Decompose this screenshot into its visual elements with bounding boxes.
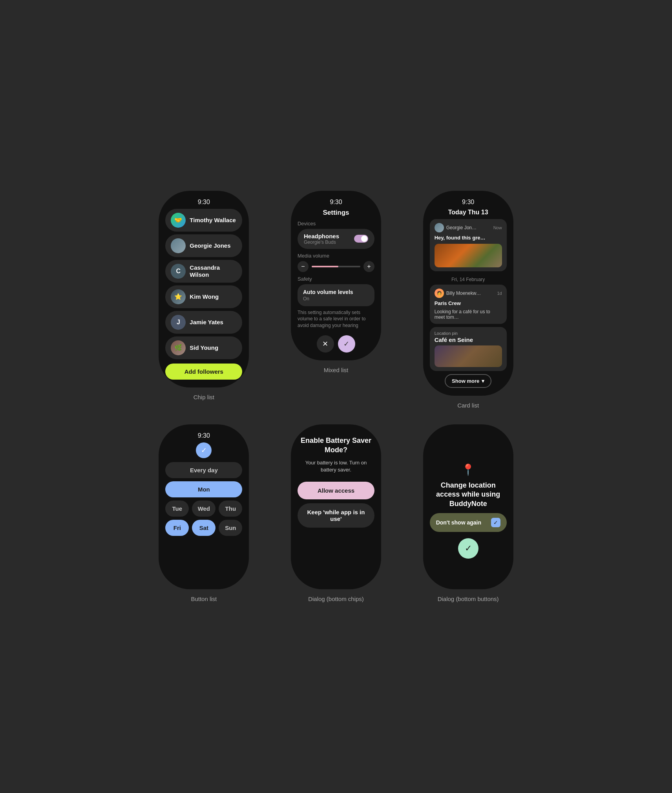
name-kim: Kim Wong <box>190 293 219 300</box>
widget-mixed-list: 9:30 Settings Devices Headphones Georgie… <box>276 191 396 409</box>
contact-georgie[interactable]: Georgie Jones <box>165 234 242 257</box>
device-card-list: 9:30 Today Thu 13 Georgie Jon… Now Hey, … <box>423 191 513 396</box>
auto-volume-desc: This setting automatically sets volume t… <box>298 309 374 329</box>
avatar-kim: ⭐ <box>171 289 186 304</box>
notif-billy[interactable]: 🧑 Billy Moenekw… 1d Paris Crew Looking f… <box>430 285 507 324</box>
auto-volume-sub: On <box>303 296 369 301</box>
location-image <box>435 345 502 367</box>
volume-row: − + <box>298 261 374 272</box>
allow-access-button[interactable]: Allow access <box>298 482 374 499</box>
location-name: Café en Seine <box>435 336 502 343</box>
avatar-sid: 🌿 <box>171 340 186 355</box>
show-more-label: Show more <box>452 378 479 384</box>
date-divider: Fri, 14 February <box>451 277 485 282</box>
location-dialog-title: Change location access while using Buddy… <box>429 481 507 508</box>
dont-show-label: Don't show again <box>436 519 481 526</box>
avatar-cassandra: C <box>171 264 186 279</box>
device-dialog-buttons: 📍 Change location access while using Bud… <box>423 424 513 589</box>
battery-dialog-title: Enable Battery Saver Mode? <box>297 436 375 455</box>
main-container: 9:30 🤝 Timothy Wallace Georgie Jones C C… <box>128 175 544 618</box>
time-chip: 9:30 <box>198 199 210 206</box>
volume-up-button[interactable]: + <box>363 261 374 272</box>
notif-title-billy: Paris Crew <box>435 300 502 307</box>
show-more-button[interactable]: Show more ▾ <box>445 374 491 388</box>
time-mixed: 9:30 <box>330 199 342 206</box>
notif-body-billy: Looking for a café for us to meet tom… <box>435 309 502 320</box>
day-tue[interactable]: Tue <box>165 501 189 517</box>
name-timothy: Timothy Wallace <box>190 217 236 224</box>
device-dialog-chips: Enable Battery Saver Mode? Your battery … <box>291 424 381 589</box>
chevron-down-icon: ▾ <box>482 378 484 384</box>
location-pin-icon: 📍 <box>461 463 475 476</box>
card-list-label: Card list <box>457 402 479 409</box>
device-info: Headphones Georgie's Buds <box>304 233 339 245</box>
dialog-chips-label: Dialog (bottom chips) <box>308 596 364 602</box>
battery-dialog-body: Your battery is low. Turn on battery sav… <box>297 459 375 473</box>
location-card[interactable]: Location pin Café en Seine <box>430 327 507 371</box>
widget-button-list: 9:30 ✓ Every day Mon Tue Wed Thu Fri Sat… <box>144 424 264 602</box>
avatar-jamie: J <box>171 315 186 330</box>
food-image-bg <box>435 244 502 267</box>
device-name: Headphones <box>304 233 339 239</box>
name-cassandra: Cassandra Wilson <box>190 264 237 278</box>
day-mon[interactable]: Mon <box>165 481 242 497</box>
mixed-list-label: Mixed list <box>324 367 349 373</box>
day-every-day[interactable]: Every day <box>165 462 242 478</box>
headphones-toggle[interactable] <box>354 235 368 243</box>
notif-title-georgie: Hey, found this gre… <box>435 235 502 241</box>
notif-georgie[interactable]: Georgie Jon… Now Hey, found this gre… <box>430 219 507 271</box>
notif-time-billy: 1d <box>497 291 502 296</box>
cancel-button[interactable]: ✕ <box>317 335 334 353</box>
contact-sid[interactable]: 🌿 Sid Young <box>165 336 242 359</box>
settings-actions: ✕ ✓ <box>317 335 355 353</box>
safety-label: Safety <box>298 276 374 282</box>
volume-fill <box>312 266 338 267</box>
headphones-row[interactable]: Headphones Georgie's Buds <box>298 229 374 249</box>
name-jamie: Jamie Yates <box>190 319 223 326</box>
avatar-georgie <box>171 238 186 253</box>
location-confirm-button[interactable]: ✓ <box>458 538 478 559</box>
auto-volume-row[interactable]: Auto volume levels On <box>298 284 374 306</box>
time-card: 9:30 <box>462 199 474 206</box>
notif-header-georgie: Georgie Jon… Now <box>435 223 502 232</box>
today-header: Today Thu 13 <box>448 209 488 216</box>
device-chip-list: 9:30 🤝 Timothy Wallace Georgie Jones C C… <box>159 191 249 387</box>
widget-card-list: 9:30 Today Thu 13 Georgie Jon… Now Hey, … <box>408 191 528 409</box>
name-sid: Sid Young <box>190 344 218 351</box>
device-button-list: 9:30 ✓ Every day Mon Tue Wed Thu Fri Sat… <box>159 424 249 589</box>
time-button: 9:30 <box>198 432 210 439</box>
contact-jamie[interactable]: J Jamie Yates <box>165 311 242 334</box>
device-sub: Georgie's Buds <box>304 239 339 245</box>
notif-time-georgie: Now <box>493 225 502 230</box>
settings-title: Settings <box>323 209 349 217</box>
day-thu[interactable]: Thu <box>219 501 242 517</box>
dont-show-checkbox[interactable]: ✓ <box>491 518 500 527</box>
dialog-buttons-label: Dialog (bottom buttons) <box>438 596 499 602</box>
widget-dialog-chips: Enable Battery Saver Mode? Your battery … <box>276 424 396 602</box>
avatar-billy-small: 🧑 <box>435 289 444 298</box>
widget-chip-list: 9:30 🤝 Timothy Wallace Georgie Jones C C… <box>144 191 264 409</box>
button-list-label: Button list <box>191 596 217 602</box>
notif-header-billy: 🧑 Billy Moenekw… 1d <box>435 289 502 298</box>
day-fri[interactable]: Fri <box>165 520 189 536</box>
checkmark-top-icon: ✓ <box>196 442 212 458</box>
contact-kim[interactable]: ⭐ Kim Wong <box>165 285 242 308</box>
volume-down-button[interactable]: − <box>298 261 309 272</box>
notif-name-billy: Billy Moenekw… <box>446 291 495 296</box>
contact-cassandra[interactable]: C Cassandra Wilson <box>165 260 242 283</box>
devices-label: Devices <box>298 221 374 227</box>
add-followers-button[interactable]: Add followers <box>165 364 242 380</box>
avatar-georgie-small <box>435 223 444 232</box>
avatar-timothy: 🤝 <box>171 213 186 228</box>
notif-name-georgie: Georgie Jon… <box>446 225 491 230</box>
name-georgie: Georgie Jones <box>190 242 230 249</box>
day-sat[interactable]: Sat <box>192 520 215 536</box>
volume-bar[interactable] <box>312 266 360 267</box>
day-sun[interactable]: Sun <box>219 520 242 536</box>
keep-while-in-use-button[interactable]: Keep 'while app is in use' <box>298 503 374 528</box>
dont-show-again-row[interactable]: Don't show again ✓ <box>430 513 507 532</box>
confirm-button[interactable]: ✓ <box>338 335 355 353</box>
notif-image-food <box>435 244 502 267</box>
contact-timothy[interactable]: 🤝 Timothy Wallace <box>165 209 242 232</box>
day-wed[interactable]: Wed <box>192 501 215 517</box>
